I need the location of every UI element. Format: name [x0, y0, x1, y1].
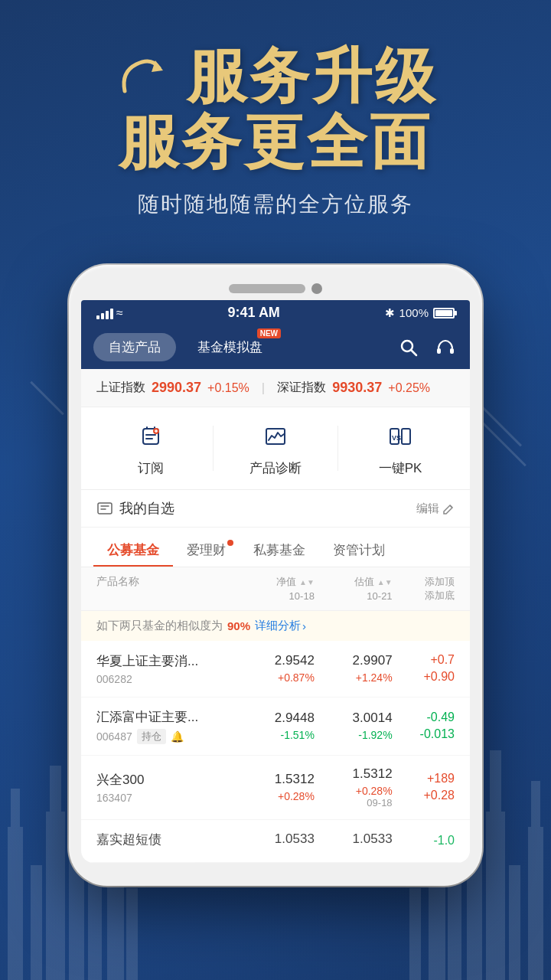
fund-nav-change-2: -1.51% [236, 729, 315, 741]
fund-code-2: 006487 [96, 730, 132, 743]
cat-tabs: 公募基金 爱理财 私募基金 资管计划 [81, 528, 470, 567]
cat-tab-public[interactable]: 公募基金 [93, 535, 173, 567]
fund-date-3: 09-18 [315, 797, 393, 808]
fund-nav-value-1: 2.9542 [236, 653, 315, 668]
fund-return-1: +0.7 +0.90 [393, 652, 455, 686]
fund-nav-2: 2.9448 -1.51% [236, 710, 315, 741]
fund-est-change-3: +0.28% [315, 785, 393, 797]
edit-button[interactable]: 编辑 [416, 501, 455, 516]
signal-bar-2 [101, 313, 104, 319]
header-section: 服务升级 服务更全面 随时随地随需的全方位服务 [0, 46, 551, 234]
fund-est-1: 2.9907 +1.24% [315, 653, 393, 684]
fund-row-3[interactable]: 兴全300 163407 1.5312 +0.28% 1.5312 +0.28%… [81, 756, 470, 820]
svg-rect-15 [448, 873, 461, 980]
chevron-right-icon: › [302, 619, 306, 632]
phone-mockup-container: ≈ 9:41 AM ✱ 100% 自选产品 基金模拟盘 NEW [69, 265, 482, 886]
fund-name-2: 汇添富中证主要... [96, 708, 236, 726]
watchlist-header: 我的自选 编辑 [81, 490, 470, 528]
phone-speaker [229, 284, 305, 293]
subscribe-label: 订阅 [138, 459, 164, 477]
fund-est-2: 3.0014 -1.92% [315, 710, 393, 741]
svg-rect-20 [437, 348, 441, 354]
fund-return-val-1: +0.7 +0.90 [393, 652, 455, 686]
fund-row-4[interactable]: 嘉实超短债 1.0533 1.0533 -1.0 [81, 820, 470, 863]
table-header: 产品名称 净值 ▲▼ 10-18 估值 ▲▼ 10-21 [81, 567, 470, 611]
search-icon[interactable] [396, 335, 421, 360]
cat-tab-private[interactable]: 私募基金 [240, 535, 319, 567]
fund-row-1[interactable]: 华夏上证主要消... 006282 2.9542 +0.87% 2.9907 +… [81, 641, 470, 697]
app-content: 上证指数 2990.37 +0.15% | 深证指数 9930.37 +0.25… [81, 369, 470, 863]
fund-est-change-2: -1.92% [315, 729, 393, 741]
fund-code-row-3: 163407 [96, 792, 236, 804]
wealth-dot [227, 540, 233, 546]
content-wrapper: 服务升级 服务更全面 随时随地随需的全方位服务 [0, 0, 551, 886]
cat-tab-asset-mgmt[interactable]: 资管计划 [319, 535, 399, 567]
analysis-link[interactable]: 详细分析 › [255, 619, 306, 633]
svg-rect-25 [402, 429, 410, 444]
sh-index-change: +0.15% [207, 381, 249, 395]
fund-nav-value-2: 2.9448 [236, 710, 315, 726]
svg-rect-8 [126, 888, 138, 980]
fund-info-4: 嘉实超短债 [96, 831, 236, 851]
phone-camera [311, 283, 322, 294]
quick-action-diagnose[interactable]: 产品诊断 [214, 420, 337, 477]
svg-rect-21 [450, 348, 454, 354]
fund-est-4: 1.0533 [315, 831, 393, 850]
nav-icons [396, 335, 458, 360]
fund-row-2[interactable]: 汇添富中证主要... 006487 持仓 🔔 2.9448 -1.51% 3.0… [81, 697, 470, 756]
similarity-notice: 如下两只基金的相似度为 90% 详细分析 › [81, 611, 470, 641]
phone-top-bar [81, 283, 470, 294]
fund-info-3: 兴全300 163407 [96, 771, 236, 804]
new-badge: NEW [257, 328, 281, 338]
signal-bar-4 [110, 309, 113, 319]
svg-text:VS: VS [392, 434, 401, 442]
quick-action-pk[interactable]: VS 一键PK [338, 420, 462, 477]
status-bar: ≈ 9:41 AM ✱ 100% [81, 300, 470, 325]
est-sort-icon: ▲▼ [377, 579, 393, 586]
th-est: 估值 ▲▼ 10-21 [315, 575, 393, 603]
nav-tab-fund-sim[interactable]: 基金模拟盘 NEW [182, 333, 278, 361]
sz-index-label: 深证指数 [277, 380, 326, 396]
battery-fill [435, 310, 452, 316]
fund-info-2: 汇添富中证主要... 006487 持仓 🔔 [96, 708, 236, 744]
cat-tab-wealth[interactable]: 爱理财 [173, 535, 240, 567]
ticker-divider: | [262, 381, 265, 396]
title-row: 服务升级 [31, 46, 520, 106]
fund-est-change-1: +1.24% [315, 671, 393, 684]
svg-rect-27 [98, 503, 112, 514]
fund-nav-1: 2.9542 +0.87% [236, 653, 315, 684]
fund-nav-3: 1.5312 +0.28% [236, 772, 315, 802]
sh-index-value: 2990.37 [152, 380, 201, 396]
th-name: 产品名称 [96, 575, 236, 603]
main-title-2: 服务更全面 [31, 112, 520, 172]
wifi-icon: ≈ [116, 306, 123, 320]
diagnose-label: 产品诊断 [249, 459, 302, 477]
fund-return-val-4: -1.0 [393, 832, 455, 849]
phone-mockup: ≈ 9:41 AM ✱ 100% 自选产品 基金模拟盘 NEW [69, 265, 482, 886]
fund-return-3: +189 +0.28 [393, 770, 455, 805]
th-nav: 净值 ▲▼ 10-18 [236, 575, 315, 603]
fund-return-val-2: -0.49 -0.013 [393, 709, 455, 743]
edit-icon [442, 502, 455, 514]
subtitle: 随时随地随需的全方位服务 [31, 190, 520, 219]
headset-icon[interactable] [433, 335, 458, 360]
fund-code-1: 006282 [96, 673, 132, 685]
battery-pct: 100% [399, 306, 429, 319]
fund-nav-change-1: +0.87% [236, 671, 315, 684]
fund-name-4: 嘉实超短债 [96, 831, 236, 848]
fund-est-3: 1.5312 +0.28% 09-18 [315, 766, 393, 808]
battery-icon [433, 308, 455, 318]
bluetooth-icon: ✱ [385, 306, 395, 320]
status-right: ✱ 100% [385, 306, 455, 320]
nav-sort-icon: ▲▼ [299, 579, 315, 586]
nav-tab-watchlist[interactable]: 自选产品 [93, 333, 176, 361]
market-ticker: 上证指数 2990.37 +0.15% | 深证指数 9930.37 +0.25… [81, 369, 470, 407]
quick-action-subscribe[interactable]: 订阅 [89, 420, 213, 477]
signal-bars-icon [96, 307, 113, 319]
fund-tag-2: 持仓 [137, 729, 166, 744]
fund-nav-value-4: 1.0533 [236, 831, 315, 847]
fund-bell-2: 🔔 [171, 730, 184, 743]
pk-label: 一键PK [379, 459, 422, 477]
fund-est-value-4: 1.0533 [315, 831, 393, 847]
fund-nav-value-3: 1.5312 [236, 772, 315, 787]
